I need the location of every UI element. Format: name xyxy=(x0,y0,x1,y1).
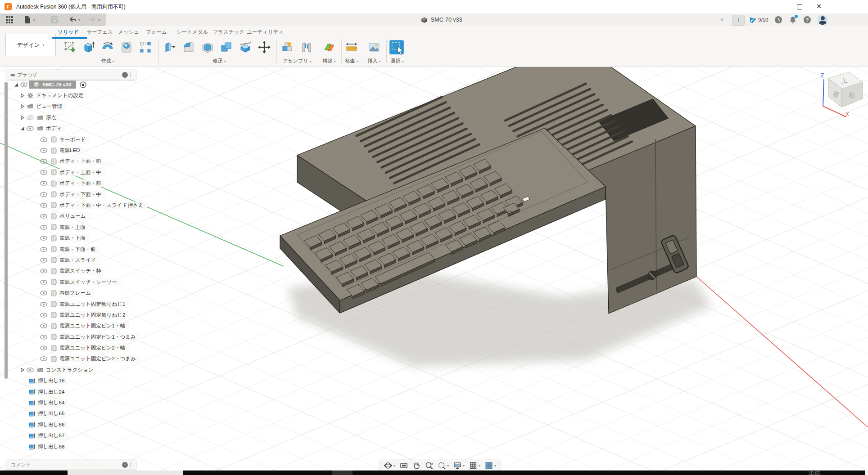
expand-icon[interactable] xyxy=(19,367,25,372)
expand-icon[interactable] xyxy=(19,93,25,98)
visibility-eye-icon[interactable] xyxy=(39,247,49,252)
visibility-eye-icon[interactable] xyxy=(39,214,49,219)
tree-row[interactable]: 電源ユニット固定ピン1・つまみ xyxy=(4,332,147,342)
comment-drag-handle[interactable] xyxy=(131,462,133,467)
browser-panel-header[interactable]: ◀◀ ブラウザ − xyxy=(6,70,136,80)
tree-row[interactable]: ボディ・上面・前 xyxy=(4,156,147,167)
visibility-eye-icon[interactable] xyxy=(39,313,49,318)
tree-row[interactable]: 電源・スライド xyxy=(4,255,147,265)
minimize-button[interactable]: – xyxy=(771,0,790,13)
tree-row[interactable]: ボディ・下面・中・スライド押さえ xyxy=(4,200,147,211)
file-menu-caret[interactable]: ▾ xyxy=(33,18,35,22)
group-label-1[interactable]: 作成 ▾ xyxy=(101,58,114,64)
tree-row[interactable]: 電源・上面 xyxy=(4,222,147,233)
tree-row[interactable]: 電源LED xyxy=(4,145,147,156)
ribbon-tab-1[interactable]: ソリッド xyxy=(58,29,79,36)
nav-orbit[interactable]: ▾ xyxy=(384,462,395,470)
tree-row[interactable]: 電源ユニット固定飾りねじ2 xyxy=(4,309,147,320)
nav-pan[interactable] xyxy=(412,462,420,470)
tree-row[interactable]: 電源スイッチ・シーソー xyxy=(4,277,147,287)
nav-caret[interactable]: ▾ xyxy=(494,464,496,468)
undo-icon[interactable] xyxy=(68,16,77,24)
document-tab[interactable]: SMC-70 v33 xyxy=(421,13,462,26)
tree-row[interactable]: 電源ユニット固定ピン2・軸 xyxy=(4,342,147,353)
visibility-eye-icon[interactable] xyxy=(39,181,49,186)
visibility-eye-icon[interactable] xyxy=(39,280,49,285)
tree-row[interactable]: ボディ xyxy=(4,123,147,134)
tree-row[interactable]: 電源・下面 xyxy=(4,233,147,243)
help-icon[interactable]: ? xyxy=(803,16,811,24)
redo-caret[interactable]: ▾ xyxy=(98,18,100,22)
visibility-eye-icon[interactable] xyxy=(25,126,35,131)
nav-grid-layout[interactable]: ▾ xyxy=(469,462,480,470)
tree-row[interactable]: 押し出し24 xyxy=(4,386,147,397)
visibility-eye-icon[interactable] xyxy=(39,269,49,273)
save-icon[interactable] xyxy=(50,16,59,24)
nav-viewports[interactable]: ▾ xyxy=(485,462,496,470)
comment-bar[interactable]: コメント + xyxy=(6,460,136,470)
ribbon-tab-7[interactable]: ユーティリティ xyxy=(247,29,284,36)
nav-fit[interactable]: ▾ xyxy=(438,462,449,470)
expand-icon[interactable] xyxy=(19,115,25,120)
tree-row[interactable]: 押し出し16 xyxy=(4,376,147,386)
ribbon-tab-5[interactable]: シートメタル xyxy=(176,29,208,36)
group-label-7[interactable]: 選択 ▾ xyxy=(390,58,403,64)
tree-row[interactable]: キーボード xyxy=(4,134,147,145)
visibility-eye-icon[interactable] xyxy=(39,159,49,164)
visibility-eye-icon[interactable] xyxy=(39,323,49,328)
tree-row[interactable]: ボディ・下面・前 xyxy=(4,178,147,189)
fillet-icon[interactable] xyxy=(182,40,195,54)
tree-row[interactable]: 押し出し66 xyxy=(4,419,147,430)
tree-row[interactable]: 原点 xyxy=(4,112,147,123)
visibility-eye-icon[interactable] xyxy=(19,82,29,87)
tree-row[interactable]: ボディ・下面・中 xyxy=(4,189,147,200)
tree-row[interactable]: ビュー管理 xyxy=(4,101,147,112)
tree-row[interactable]: 電源・下面・前 xyxy=(4,244,147,255)
visibility-eye-icon[interactable] xyxy=(39,302,49,307)
tree-row[interactable]: 押し出し64 xyxy=(4,397,147,408)
tree-row[interactable]: 押し出し68 xyxy=(4,441,147,452)
new-tab-button[interactable]: + xyxy=(732,15,745,26)
ribbon-tab-2[interactable]: サーフェス xyxy=(86,29,113,36)
visibility-eye-icon[interactable] xyxy=(39,170,49,175)
construct-plane-icon[interactable] xyxy=(322,40,336,54)
tree-row[interactable]: コンストラクション xyxy=(4,364,147,375)
tree-row[interactable]: 電源ユニット固定ピン2・つまみ xyxy=(4,354,147,364)
visibility-eye-icon[interactable] xyxy=(39,291,49,296)
expand-icon[interactable] xyxy=(13,82,19,87)
nav-zoom[interactable]: ± xyxy=(425,462,433,470)
redo-icon[interactable] xyxy=(88,16,96,24)
view-cube[interactable]: Z X 上 前 右 xyxy=(813,62,867,118)
visibility-eye-icon[interactable] xyxy=(39,192,49,197)
collapse-panel-icon[interactable]: ◀◀ xyxy=(10,73,14,77)
ribbon-tab-6[interactable]: プラスチック xyxy=(212,29,244,36)
nav-look-at[interactable] xyxy=(400,462,408,470)
visibility-eye-icon[interactable] xyxy=(39,137,49,142)
tree-row[interactable]: 押し出し67 xyxy=(4,430,147,441)
tree-row[interactable]: ボリューム xyxy=(4,211,147,222)
move-icon[interactable] xyxy=(258,40,271,54)
visibility-eye-icon[interactable] xyxy=(39,236,49,241)
visibility-eye-icon[interactable] xyxy=(39,258,49,263)
new-component-icon[interactable] xyxy=(281,40,294,54)
browser-drag-handle[interactable] xyxy=(131,72,133,77)
shell-icon[interactable] xyxy=(201,40,214,54)
combine-icon[interactable] xyxy=(220,40,233,54)
tree-row[interactable]: SMC-70 v33 xyxy=(4,79,147,90)
group-label-5[interactable]: 検査 ▾ xyxy=(345,58,358,64)
visibility-eye-icon[interactable] xyxy=(39,148,49,153)
visibility-eye-icon[interactable] xyxy=(39,203,49,208)
document-limit-badge[interactable]: 9/10 xyxy=(749,16,768,24)
comment-add-icon[interactable]: + xyxy=(122,462,128,468)
design-workspace-dropdown[interactable]: デザイン▾ xyxy=(5,34,56,56)
visibility-eye-icon[interactable] xyxy=(39,335,49,340)
visibility-eye-icon[interactable] xyxy=(25,115,35,120)
tree-row[interactable]: 電源スイッチ・枠 xyxy=(4,266,147,277)
joint-icon[interactable] xyxy=(300,40,313,54)
tree-row[interactable]: 内部フレーム xyxy=(4,287,147,298)
pattern-icon[interactable] xyxy=(139,40,152,54)
nav-caret[interactable]: ▾ xyxy=(479,464,480,468)
close-button[interactable]: ✕ xyxy=(809,0,828,13)
tree-row[interactable]: ボディ・上面・中 xyxy=(4,167,147,178)
nav-caret[interactable]: ▾ xyxy=(393,464,395,468)
